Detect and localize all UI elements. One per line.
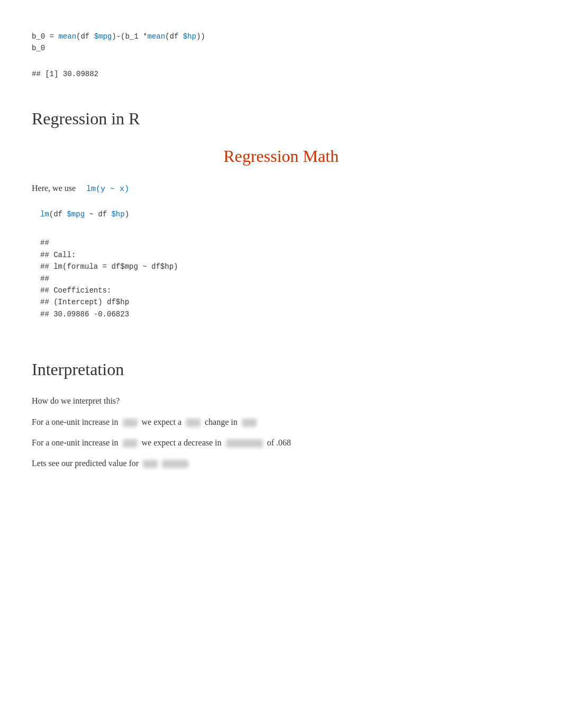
var-hp-1: $hp bbox=[183, 32, 196, 41]
prose-here-we-use: Here, we use lm(y ~ x) bbox=[32, 181, 530, 196]
prose-how-interpret: How do we interpret this? bbox=[32, 394, 530, 408]
code-block-lm: lm(df $mpg ~ df $hp) bbox=[32, 204, 530, 224]
blurred-var-5 bbox=[226, 439, 263, 448]
prose-interpret-line3: Lets see our predicted value for bbox=[32, 456, 530, 470]
prose-interpret-line2: For a one-unit increase in we expect a d… bbox=[32, 435, 530, 450]
blurred-var-1 bbox=[123, 418, 138, 427]
keyword-mean-1: mean bbox=[58, 32, 76, 41]
blurred-var-7 bbox=[162, 460, 188, 468]
code-block-b0: b_0 = mean(df $mpg)-(b_1 *mean(df $hp)) … bbox=[32, 26, 530, 59]
keyword-mean-2: mean bbox=[147, 32, 165, 41]
regression-r-heading: Regression in R bbox=[32, 105, 530, 132]
regression-math-heading: Regression Math bbox=[32, 143, 530, 170]
output-line-3: ## lm(formula = df$mpg ~ df$hp) bbox=[40, 261, 530, 272]
var-mpg-2: $mpg bbox=[67, 210, 85, 219]
var-hp-2: $hp bbox=[111, 210, 124, 219]
prose-interpret-line1: For a one-unit increase in we expect a c… bbox=[32, 415, 530, 429]
blurred-var-4 bbox=[123, 439, 138, 448]
lm-output-block: ## ## Call: ## lm(formula = df$mpg ~ df$… bbox=[32, 233, 530, 324]
code-output-b0: ## [1] 30.09882 bbox=[32, 64, 530, 84]
output-line-2: ## Call: bbox=[40, 249, 530, 261]
code-line-1: b_0 = mean(df $mpg)-(b_1 *mean(df $hp)) bbox=[32, 32, 205, 41]
prose-line1-start: For a one-unit increase in bbox=[32, 417, 119, 426]
keyword-lm: lm bbox=[40, 210, 49, 219]
prose-line2-end: of .068 bbox=[267, 438, 291, 447]
blurred-var-3 bbox=[242, 418, 257, 427]
blurred-var-2 bbox=[186, 418, 201, 427]
prose-line1-end: change in bbox=[205, 417, 238, 426]
prose-line2-start: For a one-unit increase in bbox=[32, 438, 119, 447]
output-line-5: ## Coefficients: bbox=[40, 285, 530, 296]
output-line-7: ## 30.09886 -0.06823 bbox=[40, 308, 530, 320]
prose-line2-mid: we expect a decrease in bbox=[142, 438, 222, 447]
output-line-1: ## bbox=[40, 237, 530, 249]
code-line-2: b_0 bbox=[32, 44, 45, 52]
blurred-var-6 bbox=[143, 460, 158, 468]
var-mpg-1: $mpg bbox=[94, 32, 112, 41]
prose-here-label: Here, we use bbox=[32, 184, 76, 193]
output-line-4: ## bbox=[40, 273, 530, 285]
prose-line1-mid: we expect a bbox=[142, 417, 182, 426]
prose-line3-start: Lets see our predicted value for bbox=[32, 459, 139, 468]
output-b0-value: ## [1] 30.09882 bbox=[32, 70, 98, 78]
inline-lm-formula: lm(y ~ x) bbox=[86, 185, 129, 194]
interpretation-heading: Interpretation bbox=[32, 356, 530, 383]
output-line-6: ## (Intercept) df$hp bbox=[40, 296, 530, 308]
